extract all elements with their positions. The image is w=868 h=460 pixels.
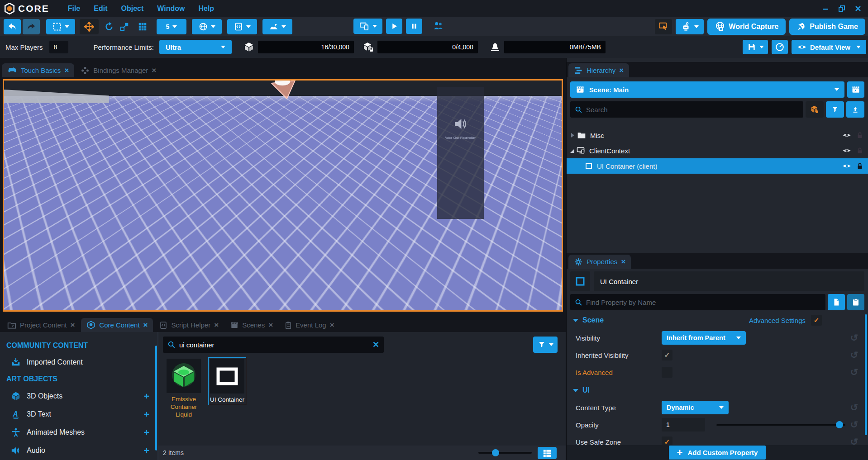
close-tab-icon[interactable] — [143, 321, 148, 330]
asset-card-ui-container[interactable]: UI Container — [208, 357, 246, 405]
inherited-visibility-checkbox[interactable] — [662, 350, 672, 360]
visibility-dropdown[interactable]: Inherit from Parent — [662, 331, 746, 345]
menu-help[interactable]: Help — [191, 5, 221, 13]
menu-edit[interactable]: Edit — [87, 5, 114, 13]
add-3d-object-button[interactable] — [144, 391, 149, 402]
new-scene-button[interactable] — [847, 81, 864, 98]
reset-property-icon[interactable] — [850, 402, 858, 413]
tab-touch-basics[interactable]: Touch Basics — [2, 63, 74, 77]
reset-property-icon[interactable] — [850, 332, 858, 343]
publish-game-button[interactable]: Publish Game — [789, 19, 865, 35]
minimize-button[interactable] — [822, 5, 829, 12]
visibility-eye-icon[interactable] — [842, 147, 851, 154]
clear-search-icon[interactable]: ✕ — [372, 340, 379, 350]
ui-section-header[interactable]: UI — [567, 384, 868, 397]
undo-button[interactable] — [4, 19, 21, 34]
close-tab-icon[interactable] — [268, 321, 273, 330]
close-tab-icon[interactable] — [214, 321, 219, 330]
sidebar-item-3d-text[interactable]: A 3D Text — [0, 405, 157, 423]
close-tab-icon[interactable] — [70, 321, 75, 330]
tree-row-clientcontext[interactable]: ClientContext — [567, 143, 868, 158]
tab-core-content[interactable]: Core Content — [81, 318, 153, 332]
slider-knob[interactable] — [836, 421, 843, 428]
sidebar-scrollbar[interactable] — [155, 346, 157, 451]
tree-row-ui-container[interactable]: UI Container (client) — [567, 158, 868, 174]
section-collapse-icon[interactable] — [573, 319, 578, 322]
sidebar-item-audio[interactable]: Audio — [0, 441, 157, 460]
redo-button[interactable] — [23, 19, 40, 34]
move-tool-button[interactable] — [80, 19, 99, 34]
chat-placeholder-panel[interactable]: Chat Placeholder — [10, 152, 105, 239]
multiplayer-preview-icon[interactable] — [432, 20, 444, 32]
max-players-input[interactable] — [49, 41, 68, 53]
save-dropdown[interactable] — [743, 40, 768, 54]
slider-knob[interactable] — [492, 449, 499, 456]
viewport-3d[interactable]: Chat Placeholder Voice Chat Placeholder — [3, 79, 563, 312]
reset-property-icon[interactable] — [850, 419, 858, 430]
is-advanced-checkbox[interactable] — [662, 367, 672, 378]
snap-grid-button[interactable] — [135, 19, 150, 34]
default-view-dropdown[interactable]: Default View — [792, 40, 866, 54]
tree-row-misc[interactable]: Misc — [567, 128, 868, 143]
close-tab-icon[interactable] — [619, 66, 624, 75]
tab-hierarchy[interactable]: Hierarchy — [568, 63, 629, 77]
rotate-tool-button[interactable] — [101, 19, 117, 34]
scene-section-header[interactable]: Scene Advanced Settings — [567, 313, 868, 327]
visibility-eye-icon[interactable] — [842, 132, 851, 139]
tab-project-content[interactable]: Project Content — [2, 318, 80, 332]
object-name-input[interactable] — [594, 271, 864, 291]
reset-property-icon[interactable] — [850, 350, 858, 360]
reset-property-icon[interactable] — [850, 367, 858, 378]
content-filter-dropdown[interactable] — [533, 337, 558, 353]
camera-bot-dropdown[interactable] — [676, 19, 704, 34]
screen-select-button[interactable] — [655, 19, 672, 34]
opacity-slider[interactable] — [716, 424, 845, 426]
lock-icon[interactable] — [856, 131, 863, 139]
restore-button[interactable] — [838, 5, 845, 12]
device-preview-dropdown[interactable] — [353, 19, 382, 34]
multiplayer-test-dropdown[interactable] — [192, 19, 222, 34]
add-audio-button[interactable] — [144, 445, 149, 456]
spawn-point-capsule[interactable] — [271, 175, 296, 216]
close-tab-icon[interactable] — [152, 66, 156, 75]
tab-scenes[interactable]: Scenes — [225, 318, 278, 332]
paste-properties-button[interactable] — [847, 294, 864, 310]
collapse-arrow-icon[interactable] — [570, 149, 574, 153]
copy-properties-button[interactable] — [828, 294, 845, 310]
sidebar-item-animated-meshes[interactable]: Animated Meshes — [0, 423, 157, 441]
menu-window[interactable]: Window — [150, 5, 191, 13]
performance-limits-dropdown[interactable]: Ultra — [159, 40, 232, 54]
close-tab-icon[interactable] — [64, 66, 69, 75]
tab-script-helper[interactable]: Script Helper — [154, 318, 224, 332]
close-tab-icon[interactable] — [621, 257, 625, 266]
script-dropdown[interactable] — [227, 19, 257, 34]
menu-object[interactable]: Object — [114, 5, 150, 13]
pause-button[interactable] — [406, 19, 422, 34]
tab-properties[interactable]: Properties — [568, 255, 631, 269]
view-mode-button[interactable] — [538, 447, 557, 459]
sidebar-item-imported-content[interactable]: Imported Content — [0, 354, 157, 371]
menu-file[interactable]: File — [61, 5, 87, 13]
add-3d-text-button[interactable] — [144, 409, 149, 420]
find-property-input[interactable] — [586, 299, 821, 306]
visibility-eye-icon[interactable] — [842, 162, 851, 170]
grid-size-dropdown[interactable]: 5 — [157, 19, 186, 34]
hierarchy-search-input[interactable] — [586, 106, 799, 114]
close-tab-icon[interactable] — [330, 321, 334, 330]
content-type-dropdown[interactable]: Dynamic — [662, 401, 729, 414]
advanced-settings-checkbox[interactable] — [811, 315, 822, 326]
lock-icon[interactable] — [856, 162, 863, 170]
expand-arrow-icon[interactable] — [571, 133, 574, 138]
asset-card-emissive-container[interactable]: Emissive Container Liquid — [165, 357, 203, 418]
camera-frustum-cone[interactable] — [269, 79, 299, 100]
hierarchy-filter-button[interactable] — [826, 101, 844, 118]
add-animated-mesh-button[interactable] — [144, 427, 149, 438]
opacity-input[interactable] — [662, 418, 705, 432]
collapse-all-button[interactable] — [846, 101, 864, 118]
scale-tool-button[interactable] — [117, 19, 132, 34]
lock-icon[interactable] — [856, 147, 863, 155]
voice-chat-panel[interactable]: Voice Chat Placeholder — [437, 87, 484, 219]
scene-selector-dropdown[interactable]: Scene: Main — [570, 81, 844, 98]
world-capture-button[interactable]: World Capture — [707, 19, 786, 35]
sidebar-item-3d-objects[interactable]: 3D Objects — [0, 387, 157, 405]
